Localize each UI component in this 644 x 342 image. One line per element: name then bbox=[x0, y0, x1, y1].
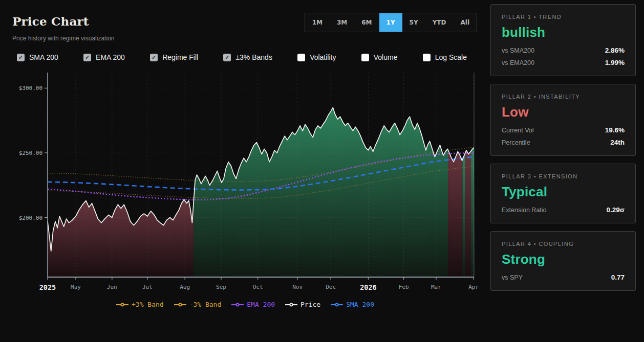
pillar-metrics: vs SPY0.77 bbox=[502, 273, 625, 281]
pillar-value: Typical bbox=[502, 184, 625, 200]
svg-text:Jun: Jun bbox=[107, 284, 117, 290]
metric-row-current-vol: Current Vol19.6% bbox=[502, 126, 625, 134]
pillar-card-1: PILLAR 1 • TRENDbullishvs SMA2002.86%vs … bbox=[490, 4, 636, 76]
svg-text:Dec: Dec bbox=[326, 284, 336, 290]
pillar-card-4: PILLAR 4 • COUPLINGStrongvs SPY0.77 bbox=[490, 231, 636, 291]
metric-label: Current Vol bbox=[502, 127, 534, 134]
chart-panel: Price Chart Price history with regime vi… bbox=[0, 0, 490, 342]
legend-label: Price bbox=[300, 301, 320, 308]
pillar-value: Low bbox=[502, 104, 625, 120]
toggle-volatility[interactable]: Volatility bbox=[297, 53, 336, 61]
svg-text:2025: 2025 bbox=[39, 283, 56, 291]
app-root: Price Chart Price history with regime vi… bbox=[0, 0, 644, 342]
range-button-3m[interactable]: 3M bbox=[330, 13, 354, 32]
toggle-label: Volume bbox=[374, 53, 398, 61]
pillar-label: PILLAR 1 • TREND bbox=[502, 14, 625, 20]
pillar-label: PILLAR 2 • INSTABILITY bbox=[502, 94, 625, 100]
3-band-marker-icon bbox=[174, 302, 186, 307]
svg-text:Oct: Oct bbox=[253, 284, 263, 290]
toggle-row: SMA 200EMA 200Regime Fill±3% BandsVolati… bbox=[17, 53, 467, 61]
toggle-volume[interactable]: Volume bbox=[361, 53, 398, 61]
metric-value: 19.6% bbox=[605, 126, 625, 134]
price-marker-icon bbox=[285, 302, 297, 307]
toggle-log-scale[interactable]: Log Scale bbox=[423, 53, 467, 61]
legend-item-sma-200: SMA 200 bbox=[331, 301, 374, 308]
pillar-label: PILLAR 4 • COUPLING bbox=[502, 241, 625, 247]
sma-200-marker-icon bbox=[331, 302, 343, 307]
checkbox-unchecked-icon bbox=[297, 54, 305, 61]
title-block: Price Chart Price history with regime vi… bbox=[12, 10, 114, 42]
regime-fill bbox=[48, 107, 474, 277]
metric-row-vs-sma200: vs SMA2002.86% bbox=[502, 47, 625, 54]
metric-label: Extension Ratio bbox=[502, 207, 547, 214]
metric-label: vs EMA200 bbox=[502, 59, 534, 66]
checkbox-checked-icon bbox=[83, 54, 91, 61]
toggle-3-bands[interactable]: ±3% Bands bbox=[223, 53, 272, 61]
3-band-marker-icon bbox=[116, 302, 128, 307]
pillar-card-3: PILLAR 3 • EXTENSIONTypicalExtension Rat… bbox=[490, 164, 636, 223]
metric-value: 24th bbox=[610, 139, 625, 146]
svg-text:2026: 2026 bbox=[360, 283, 377, 291]
toggle-ema-200[interactable]: EMA 200 bbox=[83, 53, 125, 61]
metric-label: Percentile bbox=[502, 139, 530, 146]
ema-200-marker-icon bbox=[231, 302, 244, 307]
pillar-value: bullish bbox=[502, 25, 625, 40]
price-chart: $300.00$250.00$200.002025MayJunJulAugSep… bbox=[0, 69, 481, 300]
checkbox-checked-icon bbox=[17, 54, 25, 61]
checkbox-unchecked-icon bbox=[423, 54, 431, 61]
metric-value: 1.99% bbox=[605, 59, 625, 66]
range-button-ytd[interactable]: YTD bbox=[425, 13, 454, 32]
range-button-1y[interactable]: 1Y bbox=[379, 13, 402, 32]
svg-text:Nov: Nov bbox=[292, 284, 303, 290]
svg-text:Feb: Feb bbox=[399, 284, 409, 290]
range-button-all[interactable]: All bbox=[453, 13, 477, 32]
range-button-1m[interactable]: 1M bbox=[305, 13, 330, 32]
toggle-label: Log Scale bbox=[435, 53, 467, 61]
chart-legend: +3% Band-3% BandEMA 200PriceSMA 200 bbox=[0, 301, 490, 308]
legend-item-price: Price bbox=[285, 301, 320, 308]
checkbox-unchecked-icon bbox=[361, 54, 369, 61]
svg-text:Jul: Jul bbox=[142, 284, 153, 290]
toggle-regime-fill[interactable]: Regime Fill bbox=[150, 53, 198, 61]
metric-row-vs-spy: vs SPY0.77 bbox=[502, 273, 625, 281]
legend-label: EMA 200 bbox=[247, 301, 275, 308]
toggle-sma-200[interactable]: SMA 200 bbox=[17, 53, 58, 61]
range-selector: 1M3M6M1Y5YYTDAll bbox=[305, 13, 477, 32]
range-button-5y[interactable]: 5Y bbox=[402, 13, 425, 32]
svg-text:Apr: Apr bbox=[468, 284, 479, 290]
svg-text:$200.00: $200.00 bbox=[19, 215, 42, 221]
legend-label: -3% Band bbox=[189, 301, 222, 308]
chart-header: Price Chart Price history with regime vi… bbox=[0, 0, 490, 42]
toggle-label: ±3% Bands bbox=[235, 53, 272, 61]
metric-row-percentile: Percentile24th bbox=[502, 139, 625, 146]
legend-item-3-band: +3% Band bbox=[116, 301, 164, 308]
checkbox-checked-icon bbox=[223, 54, 231, 61]
legend-label: +3% Band bbox=[132, 301, 164, 308]
legend-item-3-band: -3% Band bbox=[174, 301, 222, 308]
metric-row-extension-ratio: Extension Ratio0.29σ bbox=[502, 206, 625, 214]
pillar-label: PILLAR 3 • EXTENSION bbox=[502, 173, 625, 179]
metric-row-vs-ema200: vs EMA2001.99% bbox=[502, 59, 625, 66]
toggle-label: EMA 200 bbox=[96, 53, 125, 61]
page-subtitle: Price history with regime visualization bbox=[12, 35, 114, 42]
metric-value: 2.86% bbox=[605, 47, 625, 54]
pillar-card-2: PILLAR 2 • INSTABILITYLowCurrent Vol19.6… bbox=[490, 84, 636, 156]
metric-label: vs SMA200 bbox=[502, 47, 534, 54]
svg-text:Aug: Aug bbox=[180, 284, 190, 290]
toggle-label: Regime Fill bbox=[162, 53, 198, 61]
pillar-value: Strong bbox=[502, 252, 625, 267]
legend-item-ema-200: EMA 200 bbox=[231, 301, 275, 308]
pillar-column: PILLAR 1 • TRENDbullishvs SMA2002.86%vs … bbox=[490, 4, 636, 342]
legend-label: SMA 200 bbox=[346, 301, 374, 308]
page-title: Price Chart bbox=[12, 14, 114, 28]
metric-value: 0.29σ bbox=[606, 206, 625, 214]
pillar-metrics: Current Vol19.6%Percentile24th bbox=[502, 126, 625, 146]
svg-text:$300.00: $300.00 bbox=[19, 85, 42, 92]
toggle-label: Volatility bbox=[310, 53, 336, 61]
svg-text:May: May bbox=[71, 284, 81, 290]
metric-label: vs SPY bbox=[502, 274, 523, 281]
pillar-metrics: vs SMA2002.86%vs EMA2001.99% bbox=[502, 47, 625, 66]
metric-value: 0.77 bbox=[611, 273, 625, 281]
range-button-6m[interactable]: 6M bbox=[354, 13, 379, 32]
pillar-metrics: Extension Ratio0.29σ bbox=[502, 206, 625, 214]
